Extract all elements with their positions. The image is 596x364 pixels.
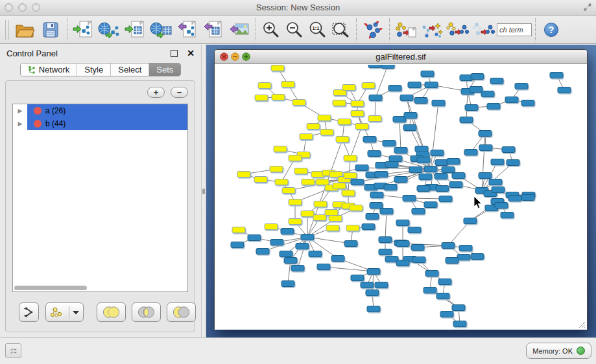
network-node-yellow[interactable] bbox=[350, 205, 363, 211]
network-node-yellow[interactable] bbox=[270, 166, 283, 172]
network-node-blue[interactable] bbox=[400, 95, 413, 101]
network-node-blue[interactable] bbox=[317, 264, 330, 270]
set-list-item[interactable]: ▶b (44) bbox=[13, 117, 187, 130]
network-node-blue[interactable] bbox=[281, 229, 294, 234]
splitter-grip[interactable] bbox=[202, 188, 205, 194]
network-node-blue[interactable] bbox=[379, 237, 392, 243]
network-node-blue[interactable] bbox=[281, 281, 294, 287]
network-from-selection-icon[interactable] bbox=[393, 17, 419, 42]
network-node-yellow[interactable] bbox=[316, 179, 329, 185]
zoom-in-icon[interactable] bbox=[259, 17, 283, 42]
import-table-web-icon[interactable] bbox=[149, 17, 174, 42]
network-node-blue[interactable] bbox=[489, 179, 502, 185]
network-node-blue[interactable] bbox=[351, 275, 364, 281]
save-session-icon[interactable] bbox=[38, 17, 64, 42]
apply-layout-icon[interactable] bbox=[360, 17, 386, 42]
network-node-blue[interactable] bbox=[270, 240, 283, 245]
network-node-blue[interactable] bbox=[396, 220, 409, 226]
expand-arrow-icon[interactable]: ▶ bbox=[13, 108, 27, 114]
network-node-yellow[interactable] bbox=[320, 130, 333, 135]
network-node-blue[interactable] bbox=[452, 305, 465, 311]
network-node-blue[interactable] bbox=[301, 234, 314, 240]
network-node-yellow[interactable] bbox=[301, 211, 314, 217]
network-node-yellow[interactable] bbox=[326, 225, 339, 231]
network-node-blue[interactable] bbox=[479, 173, 492, 179]
network-node-blue[interactable] bbox=[435, 160, 448, 166]
network-node-blue[interactable] bbox=[412, 209, 425, 214]
network-node-blue[interactable] bbox=[424, 166, 437, 172]
network-node-blue[interactable] bbox=[415, 146, 428, 152]
network-node-blue[interactable] bbox=[521, 195, 534, 201]
network-node-yellow[interactable] bbox=[314, 201, 327, 207]
network-node-blue[interactable] bbox=[414, 98, 427, 104]
network-node-yellow[interactable] bbox=[254, 177, 267, 183]
help-icon[interactable]: ? bbox=[544, 23, 558, 37]
network-node-yellow[interactable] bbox=[355, 124, 368, 130]
network-node-blue[interactable] bbox=[438, 279, 451, 285]
network-node-blue[interactable] bbox=[411, 245, 424, 251]
network-node-blue[interactable] bbox=[521, 100, 534, 106]
toolbar-drag-handle[interactable] bbox=[5, 20, 9, 40]
minimize-window-button[interactable] bbox=[18, 3, 27, 12]
network-node-blue[interactable] bbox=[375, 172, 388, 177]
memory-status-button[interactable]: Memory: OK bbox=[526, 343, 591, 359]
network-node-blue[interactable] bbox=[394, 177, 407, 183]
network-node-blue[interactable] bbox=[280, 251, 292, 257]
network-node-blue[interactable] bbox=[442, 167, 455, 173]
network-node-blue[interactable] bbox=[231, 242, 244, 248]
import-network-web-icon[interactable] bbox=[97, 17, 123, 42]
network-node-blue[interactable] bbox=[487, 104, 500, 109]
network-node-blue[interactable] bbox=[375, 282, 388, 288]
network-node-blue[interactable] bbox=[436, 186, 449, 192]
network-node-yellow[interactable] bbox=[302, 179, 315, 185]
network-node-yellow[interactable] bbox=[329, 216, 342, 222]
network-node-blue[interactable] bbox=[449, 182, 462, 188]
network-node-blue[interactable] bbox=[464, 150, 477, 155]
network-node-blue[interactable] bbox=[309, 251, 322, 257]
network-node-blue[interactable] bbox=[368, 65, 381, 68]
network-node-blue[interactable] bbox=[417, 186, 430, 192]
network-node-blue[interactable] bbox=[380, 209, 393, 214]
network-node-yellow[interactable] bbox=[271, 65, 284, 71]
new-network-selected-icon[interactable] bbox=[445, 17, 471, 42]
resize-grip[interactable] bbox=[579, 322, 585, 328]
network-canvas[interactable] bbox=[215, 65, 587, 330]
network-node-yellow[interactable] bbox=[344, 155, 357, 161]
network-node-blue[interactable] bbox=[442, 243, 455, 249]
network-node-blue[interactable] bbox=[419, 174, 432, 180]
split-set-button[interactable] bbox=[19, 302, 39, 322]
network-node-blue[interactable] bbox=[388, 85, 401, 91]
panel-splitter[interactable] bbox=[201, 45, 206, 337]
network-node-blue[interactable] bbox=[550, 73, 563, 78]
network-node-yellow[interactable] bbox=[289, 219, 302, 225]
network-node-yellow[interactable] bbox=[344, 173, 357, 179]
export-network-icon[interactable] bbox=[174, 17, 200, 42]
network-node-blue[interactable] bbox=[471, 74, 484, 80]
network-node-blue[interactable] bbox=[408, 82, 421, 88]
close-network-icon[interactable] bbox=[220, 52, 228, 61]
network-node-blue[interactable] bbox=[362, 224, 375, 230]
import-network-file-icon[interactable] bbox=[71, 17, 97, 42]
intersection-button[interactable] bbox=[132, 302, 161, 322]
new-network-unselected-icon[interactable] bbox=[471, 17, 497, 42]
network-node-blue[interactable] bbox=[558, 87, 571, 93]
network-node-yellow[interactable] bbox=[258, 83, 271, 89]
set-list-item[interactable]: ▶a (26) bbox=[13, 104, 187, 117]
export-image-icon[interactable] bbox=[226, 17, 252, 42]
network-node-blue[interactable] bbox=[507, 160, 519, 166]
network-node-blue[interactable] bbox=[370, 192, 383, 198]
network-node-blue[interactable] bbox=[479, 145, 492, 151]
network-node-blue[interactable] bbox=[366, 214, 379, 220]
network-node-yellow[interactable] bbox=[292, 100, 305, 106]
network-node-yellow[interactable] bbox=[255, 95, 268, 101]
network-node-yellow[interactable] bbox=[338, 119, 351, 125]
network-node-blue[interactable] bbox=[479, 131, 492, 137]
network-node-yellow[interactable] bbox=[318, 115, 331, 121]
network-node-blue[interactable] bbox=[355, 165, 368, 171]
network-node-blue[interactable] bbox=[425, 271, 438, 277]
expand-arrow-icon[interactable]: ▶ bbox=[13, 120, 27, 127]
fullscreen-icon[interactable] bbox=[583, 3, 592, 12]
network-node-blue[interactable] bbox=[423, 288, 436, 293]
network-node-blue[interactable] bbox=[481, 91, 494, 97]
horizontal-scrollbar-thumb[interactable] bbox=[14, 286, 87, 290]
